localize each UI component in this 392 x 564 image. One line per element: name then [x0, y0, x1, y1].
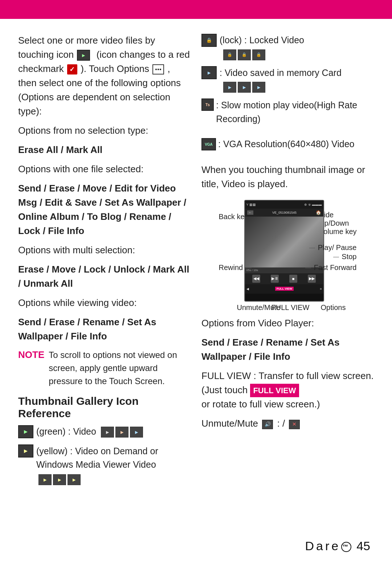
fast-forward-btn[interactable]: ▶▶ — [308, 275, 316, 283]
trademark-symbol: ™ — [341, 542, 351, 552]
mv3: ▶ — [252, 82, 265, 93]
yv3: ▶ — [68, 474, 81, 485]
label-side-right: Side Up/Down Volume key — [319, 211, 356, 236]
unmute-description: Unmute/Mute 🔊 : / ✕ — [201, 416, 374, 431]
one-file-label: Options with one file selected: — [18, 162, 191, 176]
memory-icon: ▶ — [201, 66, 217, 79]
play-pause-btn[interactable]: ▶⏸ — [271, 275, 279, 283]
mute-icon: ✕ — [289, 420, 300, 429]
yellow-variants: ▶ ▶ ▶ — [38, 474, 81, 485]
green-video-icon: ▶ — [18, 425, 33, 438]
unmute-icon: 🔊 — [262, 420, 273, 429]
iv1: ▶ — [101, 427, 114, 438]
thumb-yellow-row: ▶ (yellow) : Video on Demand or Windows … — [18, 444, 191, 486]
lv1: 🔒 — [223, 49, 236, 60]
thumb-yellow-text-block: (yellow) : Video on Demand or Windows Me… — [36, 444, 191, 486]
green-variants: ▶ ▶ ▶ — [101, 427, 143, 438]
checkmark-icon: ✓ — [67, 64, 77, 74]
no-selection-bold: Erase All / Mark All — [18, 143, 191, 157]
iv2: ▶ — [115, 427, 128, 438]
thumbnail-desc: When you touching thumbnail image or tit… — [201, 163, 374, 191]
stop-btn[interactable]: ■ — [289, 275, 297, 283]
yellow-video-icon: ▶ — [18, 444, 33, 458]
thumb-slow-row: Ts : Slow motion play video(High Rate Re… — [201, 98, 374, 126]
lock-variants-row: 🔒 🔒 🔒 — [221, 49, 374, 60]
mv1: ▶ — [223, 82, 236, 93]
right-column: 🔒 (lock) : Locked Video 🔒 🔒 🔒 ▶ : Video … — [201, 33, 374, 491]
mem-variants: ▶ ▶ ▶ — [223, 82, 265, 93]
thumb-lock-text: (lock) : Locked Video — [220, 33, 304, 47]
viewing-bold: Send / Erase / Rename / Set As Wallpaper… — [18, 315, 191, 343]
one-file-bold: Send / Erase / Move / Edit for Video Msg… — [18, 181, 191, 238]
options-from-player-label: Options from Video Player: — [201, 316, 374, 330]
note-text: To scroll to options not viewed on scree… — [49, 349, 191, 388]
intro-paragraph: Select one or more video files by touchi… — [18, 33, 191, 118]
viewing-label: Options while viewing video: — [18, 296, 191, 310]
label-fast-forward: Fast Forward — [305, 263, 356, 272]
full-view-description: FULL VIEW : Transfer to full view screen… — [201, 369, 374, 412]
label-rewind: Rewind — [219, 263, 252, 272]
touch-icon: ▶ — [77, 50, 90, 61]
thumb-green-row: ▶ (green) : Video ▶ ▶ ▶ — [18, 425, 191, 439]
label-options-phone: Options — [321, 303, 346, 312]
lv3: 🔒 — [252, 49, 265, 60]
thumbnail-section: Thumbnail Gallery Icon Reference ▶ (gree… — [18, 395, 191, 485]
thumb-vga-row: VGA : VGA Resolution(640×480) Video — [201, 137, 374, 151]
no-selection-label: Options from no selection type: — [18, 124, 191, 138]
yv1: ▶ — [38, 474, 52, 485]
lock-variants: 🔒 🔒 🔒 — [223, 49, 265, 60]
thumb-slow-text: : Slow motion play video(High Rate Recor… — [216, 98, 374, 126]
thumbnail-section-title: Thumbnail Gallery Icon Reference — [18, 395, 191, 420]
nav-bar: ← VE_0519081545 🏠 — [245, 209, 323, 217]
label-play-pause: Play/ Pause — [309, 243, 356, 252]
note-block: NOTE To scroll to options not viewed on … — [18, 349, 191, 388]
thumb-vga-text: : VGA Resolution(640×480) Video — [218, 137, 355, 151]
thumb-mem-text: : Video saved in memory Card — [220, 66, 342, 80]
rewind-btn[interactable]: ◀◀ — [252, 275, 260, 283]
top-bar — [0, 0, 392, 19]
thumb-lock-row: 🔒 (lock) : Locked Video — [201, 33, 374, 47]
thumb-mem-row: ▶ : Video saved in memory Card — [201, 66, 374, 80]
full-view-screen-btn[interactable]: FULL VIEW — [275, 287, 294, 291]
iv3: ▶ — [130, 427, 143, 438]
multi-label: Options with multi selection: — [18, 243, 191, 257]
status-bar: Y ▦▦ ⊕ ※ ▬▬▬ — [245, 201, 323, 209]
options-icon-inline — [152, 64, 164, 74]
left-column: Select one or more video files by touchi… — [18, 33, 191, 491]
thumb-green-text: (green) : Video ▶ ▶ ▶ — [36, 425, 143, 439]
phone-controls: ◀◀ ▶⏸ ■ ▶▶ — [245, 273, 323, 284]
right-options-section: Options from Video Player: Send / Erase … — [201, 316, 374, 431]
video-area — [245, 217, 323, 267]
options-from-player-bold: Send / Erase / Rename / Set As Wallpaper… — [201, 335, 374, 364]
yv2: ▶ — [53, 474, 66, 485]
page-number: 45 — [356, 539, 370, 553]
lock-icon: 🔒 — [201, 34, 217, 47]
label-stop: Stop — [333, 253, 357, 261]
note-label: NOTE — [18, 349, 44, 360]
bottom-bar: ◀ FULL VIEW ≡ — [245, 284, 323, 294]
slow-motion-icon: Ts — [201, 98, 214, 111]
mem-variants-row: ▶ ▶ ▶ — [221, 81, 374, 93]
mv2: ▶ — [238, 82, 251, 93]
vga-icon: VGA — [201, 138, 216, 150]
dare-logo: Dare™ — [305, 539, 351, 553]
footer: Dare™ 45 — [305, 539, 370, 553]
multi-bold: Erase / Move / Lock / Unlock / Mark All … — [18, 262, 191, 291]
lv2: 🔒 — [238, 49, 251, 60]
label-full-view: FULL VIEW — [271, 303, 310, 312]
full-view-inline-btn: FULL VIEW — [250, 384, 299, 397]
phone-diagram: Back key → Side Up/Down Volume key Y ▦▦ … — [219, 196, 357, 309]
